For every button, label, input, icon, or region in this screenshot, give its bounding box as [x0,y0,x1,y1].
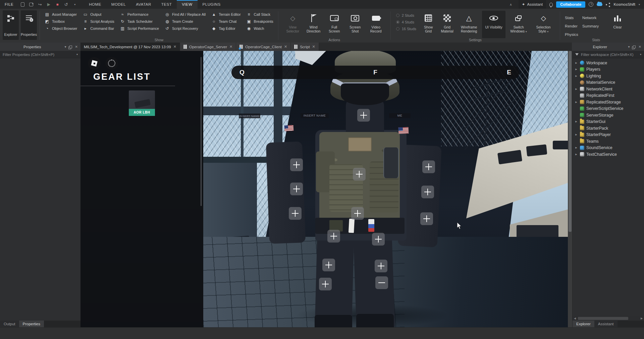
assistant-button[interactable]: ✦ Assistant [519,0,546,9]
ribbon-watch[interactable]: ◉Watch [247,25,273,32]
ribbon-command-bar[interactable]: ▸Command Bar [83,25,114,32]
attach-plus-button[interactable] [420,212,433,225]
stat-network[interactable]: Network [582,16,603,20]
attach-minus-button[interactable] [375,276,388,289]
dock-icon[interactable] [633,46,636,48]
ribbon-task-scheduler[interactable]: ↻Task Scheduler [120,18,159,25]
stud-option-4-studs[interactable]: 4 Studs [396,20,416,24]
explorer-filter-input[interactable]: Filter workspace (Ctrl+Shift+X) ▾ [573,51,644,58]
explorer-item-replicatedfirst[interactable]: ReplicatedFirst [573,92,644,99]
ribbon-team-create[interactable]: ◍Team Create [165,18,206,25]
explorer-hscrollbar[interactable]: ◀ ▶ [573,316,644,321]
gear-panel-scrollbar[interactable] [201,57,202,206]
close-tab-icon[interactable]: ✕ [284,45,287,49]
play-icon[interactable]: ▶ [44,1,53,8]
scrollbar-thumb[interactable] [569,51,572,232]
stud-option-16-studs[interactable]: 16 Studs [396,27,416,31]
properties-filter-input[interactable]: Filter Properties (Ctrl+Shift+P) ▾ [0,51,80,58]
expand-arrow-icon[interactable]: ▶ [575,153,578,156]
ribbon-full-screen[interactable]: FullScreen [325,11,344,38]
scroll-right-icon[interactable]: ▶ [639,317,644,320]
ribbon-show-grid[interactable]: ShowGrid [420,11,437,38]
attach-plus-button[interactable] [375,260,387,272]
ribbon-switch-windows[interactable]: SwitchWindows ▾ [507,11,530,38]
menu-home[interactable]: HOME [84,0,106,9]
collapse-ribbon-icon[interactable]: ∧ [506,1,515,8]
attach-plus-button[interactable] [372,233,385,246]
help-icon[interactable]: ? [589,2,593,7]
ribbon-object-browser[interactable]: ◔Object Browser [45,25,77,32]
ribbon-breakpoints[interactable]: ▣Breakpoints [247,18,273,25]
expand-arrow-icon[interactable]: ▶ [575,120,578,123]
ribbon-wireframe-rendering[interactable]: WireframeRendering [457,11,481,38]
menu-test[interactable]: TEST [156,0,177,9]
expand-arrow-icon[interactable]: ▶ [575,101,578,104]
ribbon-terrain-editor[interactable]: ▲Terrain Editor [211,11,240,18]
chevron-down-icon[interactable]: ▾ [65,45,66,49]
ribbon-performance[interactable]: ≈Performance [120,11,159,18]
explorer-item-textchatservice[interactable]: ▶TextChatService [573,151,644,158]
chevron-down-icon[interactable]: ▾ [628,45,630,49]
doc-tab-script[interactable]: Script✕ [291,43,319,51]
stat-stats[interactable]: Stats [565,16,582,20]
explorer-item-starterplayer[interactable]: ▶StarterPlayer [573,132,644,138]
menu-view[interactable]: VIEW [177,0,197,9]
stat-physics[interactable]: Physics [565,32,582,37]
close-tab-icon[interactable]: ✕ [229,45,232,49]
explorer-item-starterpack[interactable]: StarterPack [573,125,644,132]
explorer-item-materialservice[interactable]: MaterialService [573,79,644,86]
gear-item-card[interactable]: AOR LBH [129,90,155,116]
cloud-sync-icon[interactable] [597,3,602,6]
stud-option-2-studs[interactable]: 2 Studs [396,13,416,17]
attach-plus-button[interactable] [327,230,340,243]
scrollbar-thumb[interactable] [578,317,628,320]
close-icon[interactable]: ✕ [75,45,78,49]
ribbon-find-all-replace-all[interactable]: ◎Find All / Replace All [165,11,206,18]
ribbon-video-record[interactable]: VideoRecord [366,11,386,38]
redo-icon[interactable]: ↪ [36,1,44,8]
properties-toggle-button[interactable]: Properties [21,10,37,40]
attach-plus-button[interactable] [353,168,366,181]
expand-arrow-icon[interactable]: ▶ [575,88,578,90]
ribbon-team-chat[interactable]: ○Team Chat [211,18,240,25]
attach-plus-button[interactable] [422,160,435,173]
doc-tab-milsim-tech-development-17-nov[interactable]: MILSIM_Tech_Development @ 17 Nov 2023 13… [80,43,180,51]
attach-plus-button[interactable] [421,186,434,198]
roblox-logo-icon[interactable] [88,57,101,70]
stat-render[interactable]: Render [565,24,582,28]
attach-plus-button[interactable] [290,183,303,195]
explorer-item-serverscriptservice[interactable]: ServerScriptService [573,106,644,112]
bottom-right-tab-assistant[interactable]: Assistant [594,321,618,327]
attach-plus-button[interactable] [357,109,370,122]
ribbon-ui-visibility[interactable]: UI Visibility [482,11,505,38]
ribbon-call-stack[interactable]: ≡Call Stack [247,11,273,18]
ribbon-toolbox[interactable]: ◩Toolbox [45,18,77,25]
explorer-toggle-button[interactable]: Explorer [3,10,19,40]
bottom-left-tab-output[interactable]: Output [0,321,19,327]
explorer-item-startergui[interactable]: ▶StarterGui [573,119,644,125]
close-icon[interactable]: ✕ [639,45,641,49]
ribbon-script-recovery[interactable]: ↺Script Recovery [165,25,206,32]
ribbon-output[interactable]: ▭Output [83,11,114,18]
ribbon-selection-style[interactable]: SelectionStyle ▾ [532,11,555,38]
clear-stats-button[interactable]: Clear [608,11,627,38]
undo-icon[interactable]: ↺ [62,1,70,8]
attach-plus-button[interactable] [319,278,332,290]
ribbon-script-performance[interactable]: ▥Script Performance [120,25,159,32]
stop-icon[interactable]: ■ [53,1,62,8]
explorer-item-workspace[interactable]: ▶Workspace [573,60,644,66]
collaborate-button[interactable]: Collaborate [556,1,585,8]
expand-arrow-icon[interactable]: ▶ [575,133,578,136]
attach-plus-button[interactable] [322,259,335,271]
notifications-icon[interactable] [549,3,553,6]
explorer-item-teams[interactable]: Teams [573,138,644,145]
explorer-item-networkclient[interactable]: ▶NetworkClient [573,86,644,92]
accessory-icon[interactable] [105,57,118,70]
explorer-item-replicatedstorage[interactable]: ▶ReplicatedStorage [573,99,644,106]
game-viewport[interactable]: Q F E INSERT NAMEINSERT NAMEME GEAR LIST… [80,51,568,327]
menu-plugins[interactable]: PLUGINS [198,0,226,9]
stat-summary[interactable]: Summary [582,24,603,28]
close-tab-icon[interactable]: ✕ [173,45,176,49]
doc-tab-operatorcage-server[interactable]: OperatorCage_Server✕ [180,43,236,51]
expand-arrow-icon[interactable]: ▶ [575,146,578,149]
